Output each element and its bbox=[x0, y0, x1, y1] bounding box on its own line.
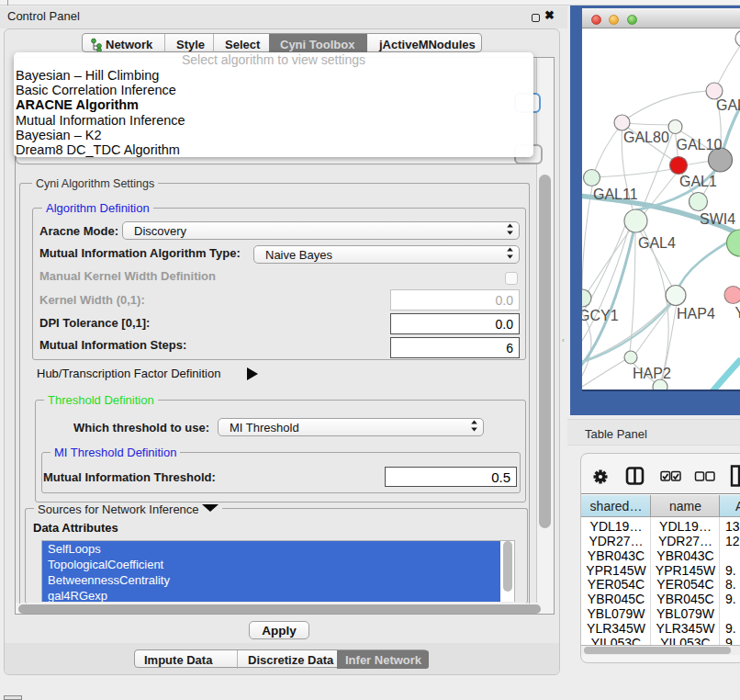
svg-text:GAL1: GAL1 bbox=[679, 174, 717, 189]
svg-text:GAL10: GAL10 bbox=[677, 137, 723, 152]
svg-text:GCY1: GCY1 bbox=[582, 308, 619, 323]
svg-text:GAL80: GAL80 bbox=[623, 130, 669, 145]
svg-text:GAL4: GAL4 bbox=[638, 235, 676, 251]
svg-text:SWI4: SWI4 bbox=[700, 211, 735, 227]
svg-text:GAL11: GAL11 bbox=[593, 186, 638, 202]
svg-text:Y: Y bbox=[735, 305, 740, 321]
svg-text:GAL2: GAL2 bbox=[716, 97, 740, 113]
svg-text:HAP2: HAP2 bbox=[633, 366, 671, 381]
svg-text:HAP4: HAP4 bbox=[677, 306, 715, 322]
